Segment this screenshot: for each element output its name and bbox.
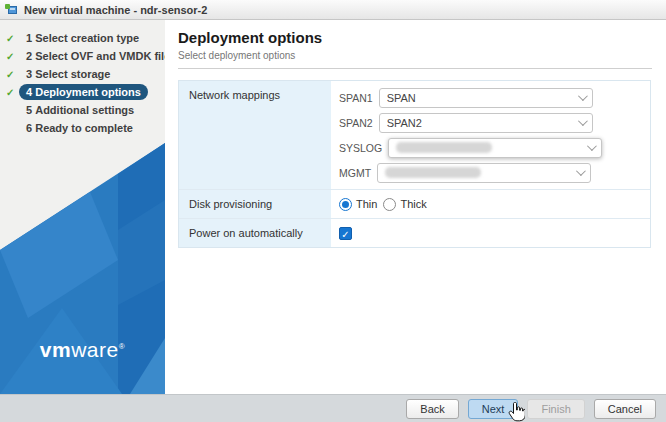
row-label: Power on automatically xyxy=(179,219,331,247)
check-icon: ✓ xyxy=(6,33,19,44)
network-mapping-span1: SPAN1 SPAN xyxy=(339,85,642,110)
check-icon: ✓ xyxy=(6,69,19,80)
wizard-content: Deployment options Select deployment opt… xyxy=(165,20,666,394)
step-ready-to-complete[interactable]: 6 Ready to complete xyxy=(0,120,165,136)
step-number: 4 xyxy=(26,86,32,98)
step-select-storage[interactable]: ✓ 3 Select storage xyxy=(0,66,165,82)
step-number: 5 xyxy=(26,104,32,116)
step-number: 2 xyxy=(26,50,32,62)
wizard-body: ✓ 1 Select creation type ✓ 2 Select OVF … xyxy=(0,20,666,394)
radio-thin-label: Thin xyxy=(356,198,377,210)
new-vm-wizard-window: New virtual machine - ndr-sensor-2 ✓ 1 S… xyxy=(0,0,666,422)
network-mapping-syslog: SYSLOG xyxy=(339,135,642,160)
syslog-select[interactable] xyxy=(388,138,602,158)
chevron-down-icon xyxy=(576,166,586,176)
step-label: Deployment options xyxy=(35,86,141,98)
row-label: Disk provisioning xyxy=(179,190,331,218)
deployment-options-table: Network mappings SPAN1 SPAN SPAN2 xyxy=(178,80,651,248)
field-label: SPAN2 xyxy=(339,117,373,129)
step-deployment-options[interactable]: ✓ 4 Deployment options xyxy=(0,84,165,100)
page-title: Deployment options xyxy=(178,29,666,46)
step-number: 3 xyxy=(26,68,32,80)
next-button[interactable]: Next xyxy=(468,399,519,419)
chevron-down-icon xyxy=(578,116,588,126)
step-number: 1 xyxy=(26,32,32,44)
vmware-logo-vm: vm xyxy=(40,338,71,361)
redacted-value xyxy=(396,142,492,153)
page-subtitle: Select deployment options xyxy=(178,50,666,61)
field-label: MGMT xyxy=(339,167,371,179)
table-row-power-on: Power on automatically ✓ xyxy=(179,219,650,247)
field-label: SYSLOG xyxy=(339,142,382,154)
window-titlebar[interactable]: New virtual machine - ndr-sensor-2 xyxy=(0,0,666,20)
step-select-creation-type[interactable]: ✓ 1 Select creation type xyxy=(0,30,165,46)
table-row-network-mappings: Network mappings SPAN1 SPAN SPAN2 xyxy=(179,81,650,190)
network-mapping-span2: SPAN2 SPAN2 xyxy=(339,110,642,135)
window-title: New virtual machine - ndr-sensor-2 xyxy=(24,4,207,16)
field-label: SPAN1 xyxy=(339,92,373,104)
step-select-ovf-vmdk[interactable]: ✓ 2 Select OVF and VMDK files xyxy=(0,48,165,64)
step-label: Select creation type xyxy=(35,32,139,44)
new-vm-icon xyxy=(5,4,19,16)
table-row-disk-provisioning: Disk provisioning Thin Thick xyxy=(179,190,650,219)
step-label: Additional settings xyxy=(35,104,134,116)
wizard-footer: Back Next Finish Cancel xyxy=(0,394,666,422)
chevron-down-icon xyxy=(578,91,588,101)
wizard-steps-sidebar: ✓ 1 Select creation type ✓ 2 Select OVF … xyxy=(0,20,165,394)
span1-select[interactable]: SPAN xyxy=(379,88,593,108)
chevron-down-icon xyxy=(587,141,597,151)
vmware-logo-ware: ware xyxy=(71,338,119,361)
back-button[interactable]: Back xyxy=(406,399,458,419)
step-number: 6 xyxy=(26,122,32,134)
radio-thick-label: Thick xyxy=(400,198,426,210)
header-divider xyxy=(178,68,652,69)
check-icon: ✓ xyxy=(6,51,19,62)
steps-list: ✓ 1 Select creation type ✓ 2 Select OVF … xyxy=(0,20,165,136)
network-mapping-mgmt: MGMT xyxy=(339,160,642,185)
check-icon: ✓ xyxy=(6,87,19,98)
redacted-value xyxy=(385,167,481,178)
span2-select[interactable]: SPAN2 xyxy=(379,113,593,133)
mgmt-select[interactable] xyxy=(377,163,591,183)
step-additional-settings[interactable]: 5 Additional settings xyxy=(0,102,165,118)
registered-mark: ® xyxy=(119,342,125,351)
power-on-checkbox[interactable]: ✓ xyxy=(339,227,352,240)
step-label: Select storage xyxy=(35,68,110,80)
step-label: Select OVF and VMDK files xyxy=(35,50,165,62)
step-label: Ready to complete xyxy=(35,122,133,134)
radio-thin[interactable] xyxy=(339,198,352,211)
selected-value: SPAN xyxy=(387,92,416,104)
row-label: Network mappings xyxy=(179,81,331,189)
cancel-button[interactable]: Cancel xyxy=(594,399,656,419)
vmware-logo: vmware® xyxy=(0,338,165,362)
finish-button[interactable]: Finish xyxy=(527,399,584,419)
radio-thick[interactable] xyxy=(383,198,396,211)
selected-value: SPAN2 xyxy=(387,117,422,129)
